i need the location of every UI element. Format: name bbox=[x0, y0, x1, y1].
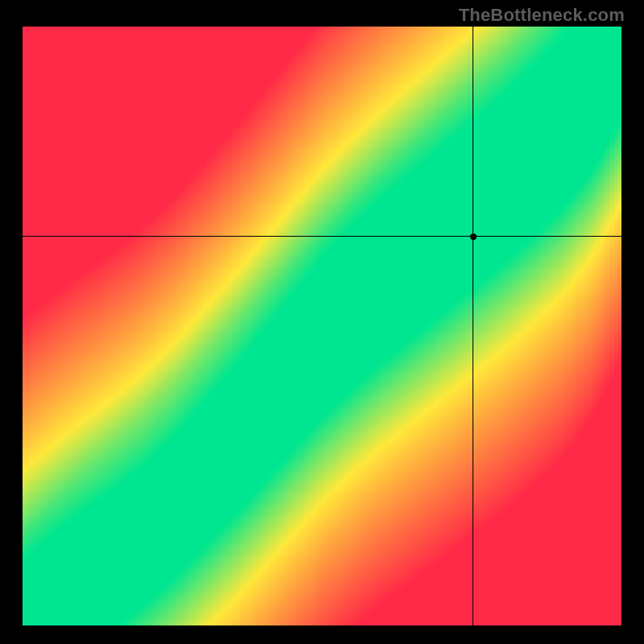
heatmap-plot bbox=[23, 27, 621, 625]
watermark-text: TheBottleneck.com bbox=[459, 5, 625, 26]
crosshair-vertical bbox=[473, 27, 473, 625]
crosshair-horizontal bbox=[23, 236, 621, 237]
